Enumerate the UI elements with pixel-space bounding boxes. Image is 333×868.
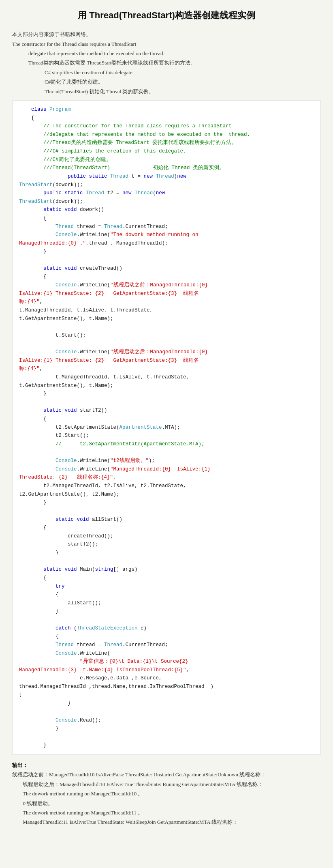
intro-line7: Thread(ThreadStart) 初始化 Thread 类的新实例。 <box>45 87 321 96</box>
output-line-1: 线程启动之前：ManagedThreadId:10 IsAlive:False … <box>12 771 266 778</box>
intro-section: 本文部分内容来源于书籍和网络。 The constructor for the … <box>12 30 321 96</box>
intro-line5: C# simplifies the creation of this deleg… <box>45 68 321 77</box>
page-title: 用 Thread(ThreadStart)构造器创建线程实例 <box>12 8 321 22</box>
intro-line3: delegate that represents the method to b… <box>28 49 321 58</box>
intro-line2: The constructor for the Thread class req… <box>12 41 136 47</box>
output-line-2: 线程启动之后：ManagedThreadId:10 IsAlive:True T… <box>12 781 263 787</box>
output-section: 输出： 线程启动之前：ManagedThreadId:10 IsAlive:Fa… <box>12 761 321 827</box>
output-line-6: ManagedThreadId:11 IsAlive:True ThreadSt… <box>12 819 238 825</box>
output-line-5: The dowork method running on ManagedThre… <box>12 810 143 816</box>
intro-line1: 本文部分内容来源于书籍和网络。 <box>12 31 91 37</box>
output-line-4: t2线程启动。 <box>12 800 53 806</box>
intro-line6: C#简化了此委托的创建。 <box>45 77 321 86</box>
output-label: 输出： <box>12 762 28 768</box>
intro-line4: Thread类的构造函数需要 ThreadStart委托来代理该线程所要执行的方… <box>28 58 321 67</box>
output-line-3: The dowork method running on ManagedThre… <box>12 791 143 797</box>
code-block: class Program { // The constructor for t… <box>12 100 321 755</box>
